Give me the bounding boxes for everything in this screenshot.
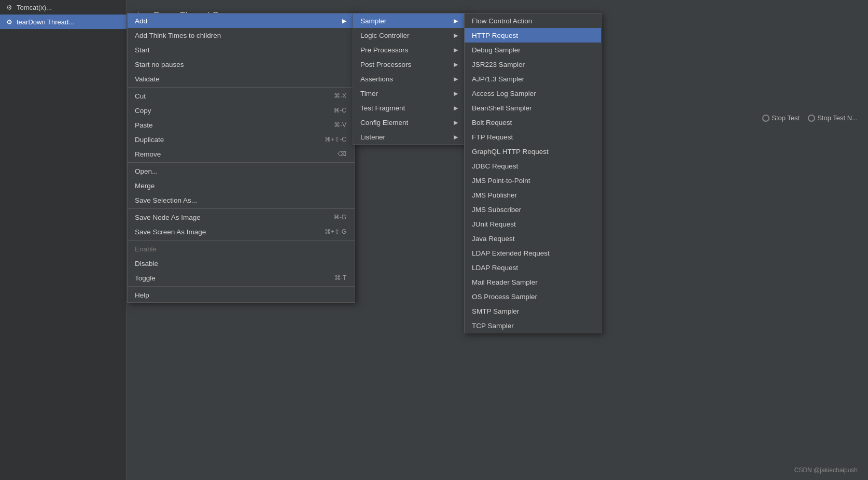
menu-item-save-node[interactable]: Save Node As Image ⌘-G <box>128 210 355 224</box>
menu-item-timer[interactable]: Timer ▶ <box>353 86 466 101</box>
remove-shortcut: ⌫ <box>338 150 346 158</box>
gear-icon: ⚙ <box>4 2 15 12</box>
arrow-icon: ▶ <box>342 18 346 24</box>
separator-4 <box>128 240 355 241</box>
menu-item-enable-label: Enable <box>135 245 157 253</box>
menu-item-test-fragment-label: Test Fragment <box>360 104 405 112</box>
menu-item-start-no-pauses[interactable]: Start no pauses <box>128 57 355 72</box>
menu-item-remove[interactable]: Remove ⌫ <box>128 147 355 161</box>
menu-item-validate-label: Validate <box>135 75 160 83</box>
menu-item-save-screen[interactable]: Save Screen As Image ⌘+⇧-G <box>128 224 355 239</box>
stop-test-now-option[interactable]: Stop Test N... <box>808 114 858 122</box>
menu-item-validate[interactable]: Validate <box>128 72 355 86</box>
menu-item-toggle[interactable]: Toggle ⌘-T <box>128 271 355 285</box>
menu-item-test-fragment[interactable]: Test Fragment ▶ <box>353 101 466 115</box>
sidebar: ⚙ Tomcat(x)... ⚙ tearDown Thread... <box>0 0 127 480</box>
timer-arrow-icon: ▶ <box>454 90 458 97</box>
menu-item-jms-sub-label: JMS Subscriber <box>472 206 521 214</box>
menu-item-duplicate[interactable]: Duplicate ⌘+⇧-C <box>128 132 355 147</box>
menu-item-beanshell-label: BeanShell Sampler <box>472 104 532 112</box>
menu-item-flow-control-action[interactable]: Flow Control Action <box>465 13 601 28</box>
watermark-text: CSDN @jakiechaipush <box>794 467 858 474</box>
separator-2 <box>128 162 355 163</box>
menu-item-paste-label: Paste <box>135 121 153 129</box>
menu-item-assertions[interactable]: Assertions ▶ <box>353 72 466 86</box>
menu-item-beanshell-sampler[interactable]: BeanShell Sampler <box>465 101 601 115</box>
menu-item-sampler-label: Sampler <box>360 17 386 25</box>
menu-item-ldap-request[interactable]: LDAP Request <box>465 260 601 275</box>
menu-item-open[interactable]: Open... <box>128 164 355 178</box>
context-menu-level2: Sampler ▶ Logic Controller ▶ Pre Process… <box>353 13 467 145</box>
menu-item-paste[interactable]: Paste ⌘-V <box>128 118 355 132</box>
menu-item-ldap-label: LDAP Request <box>472 264 518 272</box>
menu-item-help[interactable]: Help <box>128 288 355 302</box>
menu-item-disable-label: Disable <box>135 260 158 267</box>
stop-test-now-radio[interactable] <box>808 115 815 122</box>
menu-item-start-no-pauses-label: Start no pauses <box>135 61 184 68</box>
menu-item-smtp-sampler[interactable]: SMTP Sampler <box>465 304 601 318</box>
menu-item-cut-label: Cut <box>135 92 146 100</box>
menu-item-ajp-sampler[interactable]: AJP/1.3 Sampler <box>465 72 601 86</box>
gear-icon-2: ⚙ <box>4 17 15 27</box>
save-screen-shortcut: ⌘+⇧-G <box>325 228 346 235</box>
menu-item-logic-label: Logic Controller <box>360 32 410 39</box>
menu-item-jsr223-sampler[interactable]: JSR223 Sampler <box>465 57 601 72</box>
menu-item-remove-label: Remove <box>135 150 161 158</box>
menu-item-os-process-sampler[interactable]: OS Process Sampler <box>465 289 601 304</box>
menu-item-cut[interactable]: Cut ⌘-X <box>128 89 355 103</box>
separator-3 <box>128 208 355 209</box>
menu-item-jms-pub-label: JMS Publisher <box>472 191 517 199</box>
menu-item-jdbc-request[interactable]: JDBC Request <box>465 159 601 173</box>
menu-item-graphql-http-request[interactable]: GraphQL HTTP Request <box>465 144 601 159</box>
sidebar-item-teardown[interactable]: ⚙ tearDown Thread... <box>0 15 127 29</box>
menu-item-ftp-request[interactable]: FTP Request <box>465 130 601 144</box>
menu-item-post-processors[interactable]: Post Processors ▶ <box>353 57 466 72</box>
sidebar-item-tomcat[interactable]: ⚙ Tomcat(x)... <box>0 0 127 15</box>
menu-item-flow-control-label: Flow Control Action <box>472 17 532 25</box>
listener-arrow-icon: ▶ <box>454 134 458 140</box>
menu-item-save-selection[interactable]: Save Selection As... <box>128 193 355 207</box>
separator-5 <box>128 286 355 287</box>
menu-item-access-log-sampler[interactable]: Access Log Sampler <box>465 86 601 101</box>
menu-item-mail-reader-sampler[interactable]: Mail Reader Sampler <box>465 275 601 289</box>
menu-item-jms-publisher[interactable]: JMS Publisher <box>465 188 601 202</box>
menu-item-pre-processors[interactable]: Pre Processors ▶ <box>353 43 466 57</box>
menu-item-config-element[interactable]: Config Element ▶ <box>353 115 466 130</box>
duplicate-shortcut: ⌘+⇧-C <box>325 136 346 143</box>
stop-test-radio[interactable] <box>762 115 769 122</box>
menu-item-smtp-label: SMTP Sampler <box>472 307 519 315</box>
menu-item-disable[interactable]: Disable <box>128 256 355 271</box>
menu-item-logic-controller[interactable]: Logic Controller ▶ <box>353 28 466 43</box>
menu-item-start[interactable]: Start <box>128 43 355 57</box>
sidebar-item-label: Tomcat(x)... <box>17 4 52 11</box>
menu-item-timer-label: Timer <box>360 90 378 97</box>
context-menu-level3: Flow Control Action HTTP Request Debug S… <box>464 13 601 333</box>
menu-item-copy[interactable]: Copy ⌘-C <box>128 103 355 118</box>
menu-item-tcp-sampler[interactable]: TCP Sampler <box>465 318 601 333</box>
menu-item-merge[interactable]: Merge <box>128 178 355 193</box>
sidebar-item-label-2: tearDown Thread... <box>17 18 74 26</box>
menu-item-assertions-label: Assertions <box>360 75 393 83</box>
menu-item-jms-subscriber[interactable]: JMS Subscriber <box>465 202 601 217</box>
menu-item-save-selection-label: Save Selection As... <box>135 196 197 204</box>
menu-item-add[interactable]: Add ▶ <box>128 13 355 28</box>
menu-item-bolt-label: Bolt Request <box>472 119 512 126</box>
menu-item-sampler[interactable]: Sampler ▶ <box>353 13 466 28</box>
menu-item-http-request[interactable]: HTTP Request <box>465 28 601 43</box>
sampler-arrow-icon: ▶ <box>454 18 458 24</box>
post-arrow-icon: ▶ <box>454 61 458 68</box>
menu-item-junit-request[interactable]: JUnit Request <box>465 217 601 231</box>
separator-1 <box>128 87 355 88</box>
stop-test-option[interactable]: Stop Test <box>762 114 800 122</box>
menu-item-jms-point-to-point[interactable]: JMS Point-to-Point <box>465 173 601 188</box>
menu-item-listener[interactable]: Listener ▶ <box>353 130 466 144</box>
copy-shortcut: ⌘-C <box>333 107 346 114</box>
menu-item-debug-sampler[interactable]: Debug Sampler <box>465 43 601 57</box>
menu-item-config-label: Config Element <box>360 119 408 126</box>
menu-item-copy-label: Copy <box>135 107 151 115</box>
menu-item-jdbc-label: JDBC Request <box>472 162 518 170</box>
menu-item-add-think-times[interactable]: Add Think Times to children <box>128 28 355 43</box>
menu-item-ldap-extended-request[interactable]: LDAP Extended Request <box>465 246 601 260</box>
menu-item-bolt-request[interactable]: Bolt Request <box>465 115 601 130</box>
menu-item-java-request[interactable]: Java Request <box>465 231 601 246</box>
